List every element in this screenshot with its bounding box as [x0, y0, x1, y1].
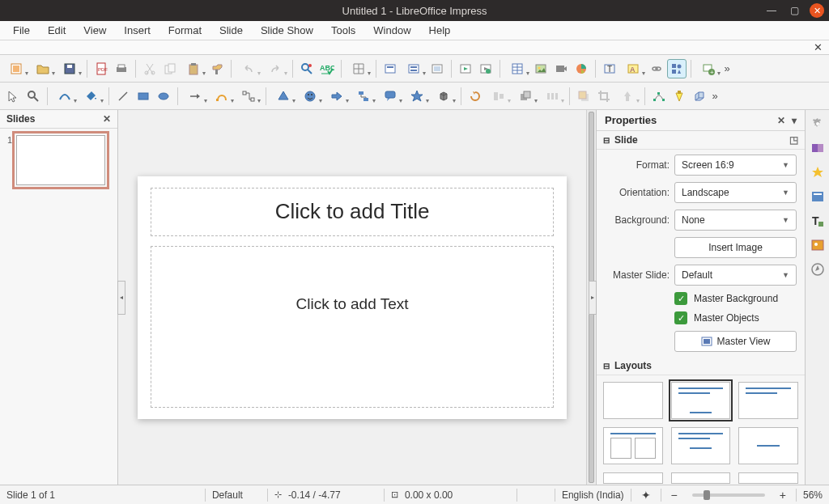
master-objects-checkbox[interactable]: ✓ Master Objects: [674, 311, 797, 324]
start-first-slide-button[interactable]: [456, 59, 475, 78]
layout-two-content[interactable]: [603, 427, 663, 464]
cut-button[interactable]: [140, 59, 159, 78]
collapse-icon[interactable]: ⊟: [603, 136, 610, 145]
slide-section-more-icon[interactable]: ◳: [789, 134, 798, 146]
curves-tool[interactable]: ▾: [209, 87, 235, 106]
menu-file[interactable]: File: [5, 22, 38, 39]
tab-master-slides-icon[interactable]: [809, 188, 827, 205]
rectangle-tool[interactable]: [134, 87, 153, 106]
tab-styles-icon[interactable]: T: [809, 212, 827, 230]
content-placeholder[interactable]: Click to add Text: [151, 246, 554, 408]
properties-menu-icon[interactable]: ▾: [792, 115, 797, 126]
block-arrows-tool[interactable]: ▾: [324, 87, 350, 106]
new-slide-button[interactable]: +▾: [695, 59, 721, 78]
display-views-button[interactable]: [380, 59, 400, 78]
menu-window[interactable]: Window: [365, 22, 419, 39]
layout-blank[interactable]: [603, 382, 663, 419]
layout-9[interactable]: [738, 472, 798, 484]
zoom-value[interactable]: 56%: [803, 489, 823, 501]
line-tool[interactable]: [113, 87, 133, 106]
insert-chart-button[interactable]: [572, 59, 591, 78]
tab-animation-icon[interactable]: [809, 163, 827, 181]
flowchart-tool[interactable]: ▾: [351, 87, 376, 106]
start-current-slide-button[interactable]: [476, 59, 495, 78]
tab-properties-icon[interactable]: [809, 115, 827, 133]
tab-slide-transition-icon[interactable]: [809, 139, 827, 157]
shadow-tool[interactable]: [574, 87, 593, 106]
new-button[interactable]: ▾: [3, 59, 29, 78]
close-document-button[interactable]: ✕: [814, 41, 823, 53]
background-select[interactable]: None▼: [674, 210, 797, 231]
menu-help[interactable]: Help: [421, 22, 459, 39]
extrusion-tool[interactable]: [690, 87, 709, 106]
layout-7[interactable]: [603, 472, 663, 484]
basic-shapes-tool[interactable]: ▾: [270, 87, 296, 106]
slides-panel-close[interactable]: ✕: [103, 113, 111, 125]
arrange-tool[interactable]: ▾: [512, 87, 538, 106]
connectors-tool[interactable]: ▾: [236, 87, 261, 106]
properties-close-icon[interactable]: ✕: [777, 115, 785, 126]
glue-points-tool[interactable]: [670, 87, 689, 106]
snap-grid-button[interactable]: ▾: [346, 59, 372, 78]
symbol-shapes-tool[interactable]: ▾: [297, 87, 323, 106]
line-color-button[interactable]: ▾: [52, 87, 78, 106]
master-slide-button[interactable]: [427, 59, 447, 78]
menu-slideshow[interactable]: Slide Show: [253, 22, 321, 39]
collapse-icon[interactable]: ⊟: [603, 362, 610, 371]
insert-textbox-button[interactable]: T: [600, 59, 619, 78]
stars-tool[interactable]: ▾: [404, 87, 430, 106]
fill-color-button[interactable]: ▾: [79, 87, 104, 106]
insert-fontwork-button[interactable]: A▾: [620, 59, 646, 78]
3d-objects-tool[interactable]: ▾: [431, 87, 457, 106]
window-maximize-button[interactable]: ▢: [787, 3, 801, 18]
window-minimize-button[interactable]: —: [764, 3, 779, 18]
show-draw-functions-button[interactable]: [667, 59, 687, 78]
window-close-button[interactable]: ✕: [810, 3, 824, 18]
menu-format[interactable]: Format: [160, 22, 210, 39]
menu-edit[interactable]: Edit: [40, 22, 74, 39]
open-button[interactable]: ▾: [30, 59, 56, 78]
format-select[interactable]: Screen 16:9▼: [674, 155, 797, 176]
lines-arrows-tool[interactable]: ▾: [182, 87, 208, 106]
points-tool[interactable]: [649, 87, 669, 106]
right-pane-toggle[interactable]: ▸: [589, 281, 597, 315]
undo-button[interactable]: ▾: [236, 59, 261, 78]
zoom-slider[interactable]: [692, 493, 765, 497]
callouts-tool[interactable]: ▾: [377, 87, 403, 106]
menu-tools[interactable]: Tools: [323, 22, 363, 39]
tab-gallery-icon[interactable]: [809, 236, 827, 254]
toolbar-overflow[interactable]: »: [722, 59, 732, 78]
insert-hyperlink-button[interactable]: [647, 59, 666, 78]
left-pane-toggle[interactable]: ◂: [117, 281, 125, 315]
clone-formatting-button[interactable]: [207, 59, 227, 78]
distribute-tool[interactable]: ▾: [539, 87, 565, 106]
insert-av-button[interactable]: [551, 59, 571, 78]
crop-image-tool[interactable]: [594, 87, 614, 106]
slide-canvas[interactable]: Click to add Title Click to add Text: [138, 176, 567, 419]
slide-thumbnail-1[interactable]: 1: [16, 135, 105, 185]
master-view-button[interactable]: Master View: [674, 331, 797, 352]
slide-edit-area[interactable]: Click to add Title Click to add Text: [118, 110, 586, 485]
menu-insert[interactable]: Insert: [116, 22, 159, 39]
export-pdf-button[interactable]: PDF: [91, 59, 111, 78]
select-tool[interactable]: [3, 87, 23, 106]
orientation-select[interactable]: Landscape▼: [674, 182, 797, 203]
fit-slide-button[interactable]: ✦: [638, 489, 654, 502]
layout-8[interactable]: [671, 472, 731, 484]
paste-button[interactable]: ▾: [181, 59, 206, 78]
layout-title-content-2[interactable]: [671, 427, 731, 464]
title-placeholder[interactable]: Click to add Title: [151, 188, 554, 236]
zoom-out-button[interactable]: −: [668, 489, 681, 502]
tab-navigator-icon[interactable]: [809, 260, 827, 278]
copy-button[interactable]: [160, 59, 180, 78]
insert-image-button[interactable]: [531, 59, 551, 78]
find-replace-button[interactable]: [297, 59, 317, 78]
align-tool[interactable]: ▾: [486, 87, 512, 106]
ellipse-tool[interactable]: [154, 87, 173, 106]
print-button[interactable]: [112, 59, 131, 78]
redo-button[interactable]: ▾: [262, 59, 288, 78]
zoom-tool[interactable]: [23, 87, 43, 106]
layout-title-content[interactable]: [671, 382, 731, 419]
layout-title-only[interactable]: [738, 382, 798, 419]
zoom-in-button[interactable]: +: [776, 489, 789, 502]
